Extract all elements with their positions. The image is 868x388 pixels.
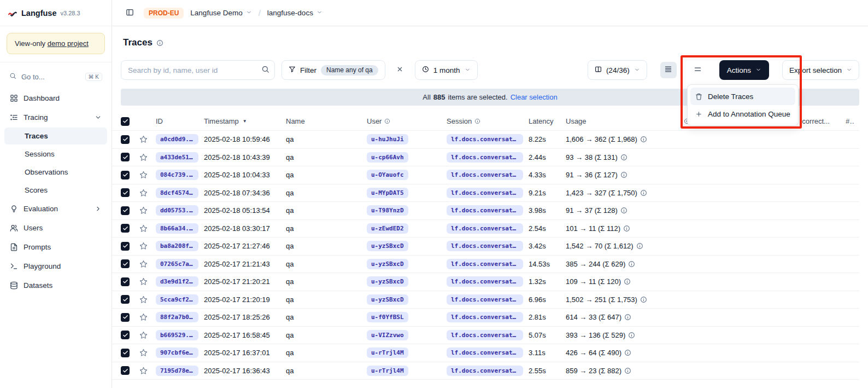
table-row[interactable]: 8b66a34... 2025-02-18 03:30:17 qa u-zEwd… xyxy=(112,220,859,238)
info-icon[interactable] xyxy=(623,225,630,232)
sidebar-item-sessions[interactable]: Sessions xyxy=(4,146,107,163)
menu-item-delete-traces[interactable]: Delete Traces xyxy=(690,88,795,105)
row-checkbox[interactable] xyxy=(121,366,130,375)
user-badge[interactable]: u-yzSBxcD xyxy=(367,294,408,305)
trace-id-badge[interactable]: a433de51... xyxy=(156,152,198,163)
table-row[interactable]: 88f2a7b0... 2025-02-17 18:25:26 qa u-f0Y… xyxy=(112,309,859,327)
sidebar-item-datasets[interactable]: Datasets xyxy=(4,276,107,294)
column-header-score-3[interactable]: # c xyxy=(846,117,859,125)
session-badge[interactable]: lf.docs.conversation... xyxy=(447,366,523,376)
row-height-compact-button[interactable] xyxy=(660,62,677,78)
table-row[interactable]: a0cd0d9... 2025-02-18 10:59:46 qa u-huJh… xyxy=(112,131,859,149)
user-badge[interactable]: u-VIZzvwo xyxy=(367,330,408,340)
column-header-id[interactable]: ID xyxy=(156,117,204,125)
table-row[interactable]: 07265c7a... 2025-02-17 21:21:43 qa u-yzS… xyxy=(112,256,859,274)
row-checkbox[interactable] xyxy=(121,224,130,233)
session-badge[interactable]: lf.docs.conversation... xyxy=(447,259,523,269)
trace-id-badge[interactable]: 8dcf4574... xyxy=(156,188,198,198)
table-row[interactable]: 8dcf4574... 2025-02-18 07:34:36 qa u-MYp… xyxy=(112,184,859,202)
table-row[interactable]: 5cca9cf2... 2025-02-17 21:20:19 qa u-yzS… xyxy=(112,291,859,309)
select-all-checkbox[interactable] xyxy=(121,117,130,126)
row-checkbox[interactable] xyxy=(121,313,130,322)
user-badge[interactable]: u-f0YfBSL xyxy=(367,312,408,322)
user-badge[interactable]: u-yzSBxcD xyxy=(367,241,408,251)
user-badge[interactable]: u-MYpDAT5 xyxy=(367,188,408,198)
star-icon[interactable] xyxy=(139,224,148,233)
row-checkbox[interactable] xyxy=(121,188,130,197)
org-selector[interactable]: Langfuse Demo xyxy=(190,9,251,17)
user-badge[interactable]: u-rTrjl4M xyxy=(367,348,408,358)
info-icon[interactable] xyxy=(640,136,647,143)
sidebar-item-traces[interactable]: Traces xyxy=(4,128,107,144)
session-badge[interactable]: lf.docs.conversation... xyxy=(447,170,523,180)
column-header-score-2[interactable]: -correct... xyxy=(800,117,846,125)
sidebar-item-scores[interactable]: Scores xyxy=(4,182,107,199)
sidebar-item-dashboard[interactable]: Dashboard xyxy=(4,89,107,107)
user-badge[interactable]: u-zEwdED2 xyxy=(367,223,408,234)
info-icon[interactable] xyxy=(624,367,631,374)
session-badge[interactable]: lf.docs.conversation... xyxy=(447,312,523,322)
session-badge[interactable]: lf.docs.conversation... xyxy=(447,152,523,163)
table-row[interactable]: 084c739... 2025-02-18 10:04:33 qa u-OYau… xyxy=(112,166,859,184)
user-badge[interactable]: u-yzSBxcD xyxy=(367,259,408,269)
session-badge[interactable]: lf.docs.conversation... xyxy=(447,330,523,340)
table-row[interactable]: 7195d78e... 2025-02-17 16:36:43 qa u-rTr… xyxy=(112,362,859,380)
column-header-name[interactable]: Name xyxy=(286,117,367,125)
star-icon[interactable] xyxy=(139,242,148,250)
star-icon[interactable] xyxy=(139,206,148,215)
info-icon[interactable] xyxy=(620,154,627,161)
export-selection-button[interactable]: Export selection xyxy=(782,60,859,80)
session-badge[interactable]: lf.docs.conversation... xyxy=(447,294,523,305)
search-input[interactable] xyxy=(121,66,256,74)
time-range-button[interactable]: 1 month xyxy=(415,60,478,80)
column-header-latency[interactable]: Latency xyxy=(529,117,566,125)
sidebar-item-observations[interactable]: Observations xyxy=(4,164,107,181)
info-icon[interactable] xyxy=(628,332,635,339)
sidebar-item-playground[interactable]: Playground xyxy=(4,257,107,275)
actions-button[interactable]: Actions xyxy=(719,60,769,80)
trace-id-badge[interactable]: dd05753... xyxy=(156,205,198,216)
star-icon[interactable] xyxy=(139,349,148,357)
trace-id-badge[interactable]: 907cbf6e... xyxy=(156,348,198,358)
table-row[interactable]: 907cbf6e... 2025-02-17 16:37:01 qa u-rTr… xyxy=(112,344,859,362)
trace-id-badge[interactable]: 07265c7a... xyxy=(156,259,198,269)
sidebar-item-evaluation[interactable]: Evaluation xyxy=(4,200,107,218)
trace-id-badge[interactable]: 5cca9cf2... xyxy=(156,294,198,305)
info-icon[interactable] xyxy=(620,207,627,214)
session-badge[interactable]: lf.docs.conversation... xyxy=(447,276,523,287)
session-badge[interactable]: lf.docs.conversation... xyxy=(447,348,523,358)
trace-id-badge[interactable]: 88f2a7b0... xyxy=(156,312,198,322)
info-icon[interactable] xyxy=(156,39,163,47)
star-icon[interactable] xyxy=(139,189,148,197)
column-header-session[interactable]: Session xyxy=(447,117,529,125)
star-icon[interactable] xyxy=(139,296,148,304)
column-header-user[interactable]: User xyxy=(367,117,447,125)
session-badge[interactable]: lf.docs.conversation... xyxy=(447,134,523,144)
row-checkbox[interactable] xyxy=(121,153,130,161)
info-icon[interactable] xyxy=(624,349,631,356)
info-icon[interactable] xyxy=(628,260,635,268)
info-icon[interactable] xyxy=(624,278,631,285)
menu-item-add-to-annotation-queue[interactable]: Add to Annotation Queue xyxy=(690,105,795,123)
sidebar-item-prompts[interactable]: Prompts xyxy=(4,238,107,256)
session-badge[interactable]: lf.docs.conversation... xyxy=(447,188,523,198)
star-icon[interactable] xyxy=(139,171,148,179)
trace-id-badge[interactable]: a0cd0d9... xyxy=(156,134,198,144)
sidebar-toggle-button[interactable] xyxy=(122,5,137,21)
goto-search[interactable]: Go to... ⌘ K xyxy=(4,68,107,85)
row-height-expanded-button[interactable] xyxy=(690,62,706,78)
project-selector[interactable]: langfuse-docs xyxy=(267,9,322,17)
demo-project-link[interactable]: demo project xyxy=(48,39,89,48)
trace-id-badge[interactable]: d3e9d1f2... xyxy=(156,276,198,287)
star-icon[interactable] xyxy=(139,153,148,161)
user-badge[interactable]: u-rTrjl4M xyxy=(367,366,408,376)
user-badge[interactable]: u-yzSBxcD xyxy=(367,276,408,287)
user-badge[interactable]: u-cp66Avh xyxy=(367,152,408,163)
column-header-usage[interactable]: Usage xyxy=(566,117,684,125)
session-badge[interactable]: lf.docs.conversation... xyxy=(447,241,523,251)
row-checkbox[interactable] xyxy=(121,171,130,179)
info-icon[interactable] xyxy=(620,171,627,178)
sidebar-item-users[interactable]: Users xyxy=(4,219,107,237)
star-icon[interactable] xyxy=(139,135,148,143)
star-icon[interactable] xyxy=(139,367,148,375)
